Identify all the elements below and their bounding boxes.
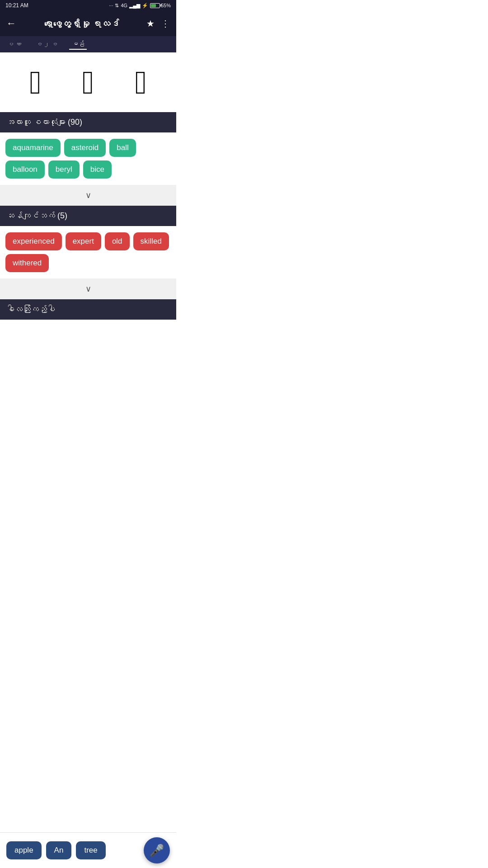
section2-header: ဆန်ကျင်ဘက် (5) bbox=[0, 206, 176, 226]
tag-expert[interactable]: expert bbox=[66, 232, 101, 250]
status-right: ··· ⇅ 4G ▂▄▆ ⚡ 55% bbox=[109, 3, 171, 9]
status-time: 10:21 AM bbox=[5, 2, 28, 9]
charging-icon: ⚡ bbox=[142, 3, 148, 9]
tab-bar: ပ ဏ ဝ ၂ ဝ မည် bbox=[0, 36, 176, 52]
section1-expand[interactable]: ∨ bbox=[0, 185, 176, 206]
more-button[interactable]: ⋮ bbox=[161, 18, 170, 29]
section1-tags: aquamarine asteroid ball balloon beryl b… bbox=[0, 132, 176, 185]
signal-dots: ··· bbox=[109, 3, 113, 8]
images-section:    bbox=[0, 52, 176, 112]
tag-experienced[interactable]: experienced bbox=[5, 232, 62, 250]
section3-header: ဓါလည်းကြည့်ပါ bbox=[0, 299, 176, 320]
star-button[interactable]: ★ bbox=[146, 18, 155, 29]
tab-item-1[interactable]: ဝ ၂ ဝ bbox=[33, 39, 60, 49]
section2-tags: experienced expert old skilled withered bbox=[0, 226, 176, 278]
apple-image-2:  bbox=[82, 66, 94, 99]
tag-bice[interactable]: bice bbox=[83, 160, 112, 179]
page-title: ရှာဖွေတွေ့ရှိမှု ရလဒ် bbox=[21, 19, 142, 29]
battery-display: 55% bbox=[150, 3, 171, 8]
expand-icon-1: ∨ bbox=[85, 191, 91, 200]
tag-withered[interactable]: withered bbox=[5, 254, 49, 272]
signal-bars: ▂▄▆ bbox=[129, 3, 140, 9]
tag-balloon[interactable]: balloon bbox=[5, 160, 45, 179]
apple-image-3:  bbox=[135, 66, 146, 99]
tab-item-0[interactable]: ပ ဏ bbox=[5, 39, 24, 49]
status-bar: 10:21 AM ··· ⇅ 4G ▂▄▆ ⚡ 55% bbox=[0, 0, 176, 11]
tag-skilled[interactable]: skilled bbox=[133, 232, 169, 250]
header: ← ရှာဖွေတွေ့ရှိမှု ရလဒ် ★ ⋮ bbox=[0, 11, 176, 36]
back-button[interactable]: ← bbox=[6, 18, 16, 29]
signal-arrows: ⇅ bbox=[115, 3, 119, 9]
tag-asteroid[interactable]: asteroid bbox=[64, 139, 106, 157]
tag-old[interactable]: old bbox=[105, 232, 130, 250]
tag-aquamarine[interactable]: aquamarine bbox=[5, 139, 61, 157]
battery-percent: 55% bbox=[161, 3, 171, 8]
network-type: 4G bbox=[121, 3, 127, 8]
section2-title: ဆန်ကျင်ဘက် (5) bbox=[6, 211, 67, 220]
apple-image-1:  bbox=[29, 66, 41, 99]
tab-item-2[interactable]: မည် bbox=[69, 38, 87, 50]
tag-ball[interactable]: ball bbox=[109, 139, 136, 157]
section1-header: အလားတူ စကားလုံးများ (90) bbox=[0, 112, 176, 132]
expand-icon-2: ∨ bbox=[85, 284, 91, 293]
tag-beryl[interactable]: beryl bbox=[48, 160, 80, 179]
section1-title: အလားတူ စကားလုံးများ (90) bbox=[6, 118, 82, 127]
section3-title: ဓါလည်းကြည့်ပါ bbox=[6, 305, 55, 314]
section2-expand[interactable]: ∨ bbox=[0, 278, 176, 299]
header-icons: ★ ⋮ bbox=[146, 18, 170, 29]
